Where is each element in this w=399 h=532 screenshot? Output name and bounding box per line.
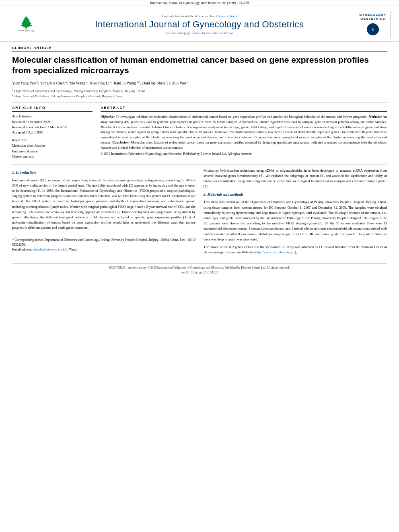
journal-header: 🌲 www.figo.org Contents lists available … <box>0 8 399 42</box>
history-item-2: Received in revised form 2 March 2010 <box>12 125 93 130</box>
abstract-column: ABSTRACT Objective: To investigate wheth… <box>101 106 387 160</box>
science-direct-line: Contents lists available at ScienceDirec… <box>48 14 351 18</box>
conclusion-text: Molecular classification of endometrial … <box>101 140 387 150</box>
ncbi-link[interactable]: http://www.ncbi.nlm.nih.gov <box>255 250 295 254</box>
body-text-columns: 1. Introduction Endometrial cancer (EC),… <box>12 168 387 257</box>
abstract-text: Objective: To investigate whether the mo… <box>101 114 387 150</box>
obstetrics-label: OBSTETRICS <box>357 17 389 21</box>
history-item-3: Accepted 7 April 2010 <box>12 130 93 135</box>
bottom-bar: 0020-7292/$ – see front matter © 2010 In… <box>12 263 387 275</box>
objective-text: To investigate whether the molecular cla… <box>116 115 368 119</box>
history-item-1: Received 6 December 2009 <box>12 119 93 125</box>
footnote-email: E-mail address: wjianliu@netease.com (JL… <box>12 247 195 252</box>
page-number-bar: International Journal of Gynecology and … <box>0 0 399 6</box>
author-6: DanHua Shen b <box>142 81 167 85</box>
science-direct-link[interactable]: ScienceDirect <box>218 14 237 18</box>
footnote-corresponding: * Corresponding author. Department of Ob… <box>12 237 195 248</box>
journal-center-header: Contents lists available at ScienceDirec… <box>44 14 355 35</box>
article-info-column: ARTICLE INFO Article history: Received 6… <box>12 106 93 160</box>
journal-logo-right: GYNECOLOGY OBSTETRICS ♀ <box>355 11 391 38</box>
journal-brand-box: GYNECOLOGY OBSTETRICS ♀ <box>355 11 391 38</box>
affiliation-a: a Department of Obstetrics and Gynecolog… <box>12 88 387 94</box>
footnote-email-link[interactable]: wjianliu@netease.com <box>33 248 62 251</box>
article-title: Molecular classification of human endome… <box>12 55 387 76</box>
issn-line: 0020-7292/$ – see front matter © 2010 In… <box>12 265 387 270</box>
body-divider <box>12 164 387 165</box>
article-info-divider <box>12 111 93 112</box>
keyword-1: Molecular classification <box>12 143 93 149</box>
conclusion-label: Conclusion: <box>112 140 130 144</box>
journal-homepage-link[interactable]: www.elsevier.com/locate/ijgo <box>192 31 233 35</box>
affiliations: a Department of Obstetrics and Gynecolog… <box>12 88 387 99</box>
figo-tree-icon: 🌲 <box>8 17 44 28</box>
article-type-label: CLINICAL ARTICLE <box>12 46 387 51</box>
author-5: JianLiu Wang a,* <box>113 81 140 85</box>
main-content: CLINICAL ARTICLE Molecular classificatio… <box>0 42 399 279</box>
intro-paragraph-1: Endometrial cancer (EC), or cancer of th… <box>12 178 195 231</box>
history-label: Article history: <box>12 114 93 118</box>
figo-logo: 🌲 www.figo.org <box>8 17 44 32</box>
footnote-area: * Corresponding author. Department of Ob… <box>12 235 195 253</box>
doi-line: doi:10.1016/j.ijgo.2010.03.020 <box>12 270 387 275</box>
results-label: Results: <box>101 125 112 129</box>
affiliation-b: b Department of Pathology, Peking Univer… <box>12 93 387 99</box>
section-2-heading: 2. Materials and methods <box>204 192 387 198</box>
article-info-title: ARTICLE INFO <box>12 106 93 110</box>
section-1-heading: 1. Introduction <box>12 170 195 176</box>
author-2: YongHua Chen a <box>40 81 67 85</box>
page-ref: International Journal of Gynecology and … <box>150 1 249 5</box>
author-7: LiHui Wei a <box>169 81 188 85</box>
abstract-divider <box>101 111 387 112</box>
authors-list: YuanYang Yao a, YongHua Chen a, Yue Wang… <box>12 80 387 86</box>
abstract-title: ABSTRACT <box>101 106 387 110</box>
journal-symbol-icon: ♀ <box>367 23 379 35</box>
article-info-abstract-section: ARTICLE INFO Article history: Received 6… <box>12 106 387 160</box>
figo-url: www.figo.org <box>8 29 44 32</box>
journal-homepage: journal homepage: www.elsevier.com/locat… <box>48 31 351 35</box>
footnote-text: Corresponding author. Department of Obst… <box>12 238 195 247</box>
intro-paragraph-right-1: Microarray hybridization techniques usin… <box>204 168 387 189</box>
keyword-3: Cluster analysis <box>12 154 93 160</box>
author-3: Yue Wang a <box>69 81 88 85</box>
copyright-line: © 2010 International Federation of Gynec… <box>101 152 387 156</box>
header-divider <box>12 102 387 103</box>
body-col-right: Microarray hybridization techniques usin… <box>204 168 387 257</box>
methods-label: Methods: <box>368 115 382 119</box>
keywords-label: Keywords: <box>12 138 93 142</box>
body-col-left: 1. Introduction Endometrial cancer (EC),… <box>12 168 195 257</box>
methods-paragraph-1: This study was carried out at the Depart… <box>204 199 387 242</box>
objective-label: Objective: <box>101 115 115 119</box>
author-4: XiaoPing Li a <box>90 81 112 85</box>
keyword-2: Endometrial cancer <box>12 149 93 154</box>
journal-title: International Journal of Gynecology and … <box>48 19 351 30</box>
author-1: YuanYang Yao a <box>12 81 38 85</box>
methods-paragraph-2: The choice of the 492 genes included in … <box>204 244 387 255</box>
gynecology-label: GYNECOLOGY <box>357 13 389 17</box>
